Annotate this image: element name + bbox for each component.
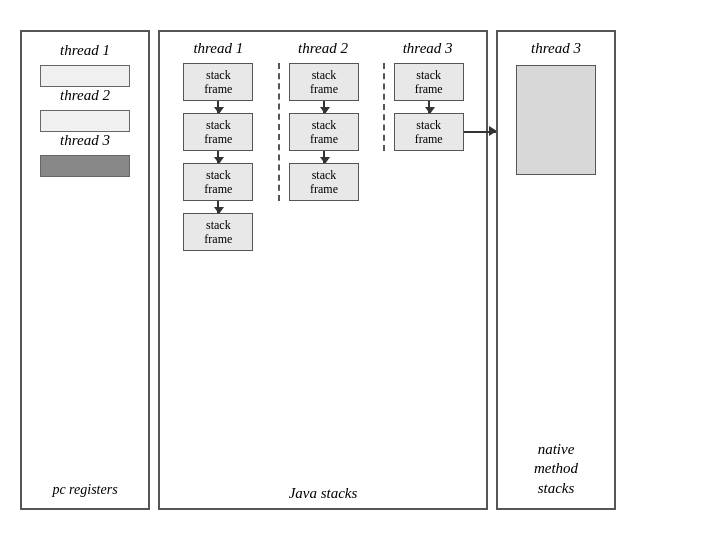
native-stacks-label: nativemethodstacks [534, 440, 578, 499]
col-label-thread3: thread 3 [383, 40, 473, 57]
stack-frame: stackframe [183, 63, 253, 101]
arrow-down-icon [323, 151, 325, 163]
stack-col-thread2: stackframe stackframe stackframe [278, 63, 368, 201]
thread3-register [40, 155, 130, 177]
stack-frame: stackframe [394, 113, 464, 151]
arrow-down-icon [217, 101, 219, 113]
arrow-down-icon [428, 101, 430, 113]
col-label-thread1: thread 1 [173, 40, 263, 57]
thread1-label: thread 1 [60, 42, 110, 59]
stacks-body: stackframe stackframe stackframe stackfr… [166, 63, 480, 479]
right-thread-label: thread 3 [531, 40, 581, 57]
arrow-down-icon [217, 151, 219, 163]
pc-registers-label: pc registers [30, 482, 140, 498]
stack-frame: stackframe [394, 63, 464, 101]
stack-frame: stackframe [289, 163, 359, 201]
thread2-register [40, 110, 130, 132]
native-stacks-panel: thread 3 nativemethodstacks [496, 30, 616, 510]
native-frame [516, 65, 596, 175]
stack-frame: stackframe [183, 163, 253, 201]
java-stacks-label: Java stacks [166, 485, 480, 502]
thread1-register [40, 65, 130, 87]
frame-with-arrow: stackframe [394, 113, 464, 151]
thread3-label: thread 3 [60, 132, 110, 149]
stack-frame: stackframe [289, 63, 359, 101]
arrow-down-icon [217, 201, 219, 213]
thread2-section: thread 2 [30, 87, 140, 132]
thread1-section: thread 1 [30, 42, 140, 87]
thread2-label: thread 2 [60, 87, 110, 104]
arrow-down-icon [323, 101, 325, 113]
pc-registers-panel: thread 1 thread 2 thread 3 pc registers [20, 30, 150, 510]
jvm-memory-diagram: thread 1 thread 2 thread 3 pc registers … [20, 30, 700, 510]
arrow-right-icon [464, 131, 496, 133]
stack-frame: stackframe [289, 113, 359, 151]
stack-col-thread1: stackframe stackframe stackframe stackfr… [173, 63, 263, 251]
col-label-thread2: thread 2 [278, 40, 368, 57]
stacks-header: thread 1 thread 2 thread 3 [166, 40, 480, 57]
thread3-section: thread 3 [30, 132, 140, 177]
stack-frame: stackframe [183, 113, 253, 151]
stack-frame: stackframe [183, 213, 253, 251]
stack-col-thread3: stackframe stackframe [383, 63, 473, 151]
java-stacks-panel: thread 1 thread 2 thread 3 stackframe st… [158, 30, 488, 510]
